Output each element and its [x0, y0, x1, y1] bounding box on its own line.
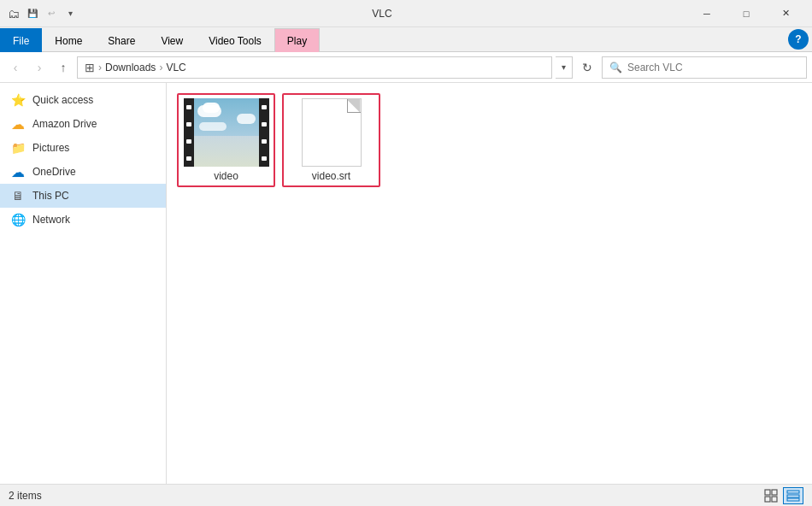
film-hole	[262, 156, 267, 161]
window-controls[interactable]: ─ □ ✕	[687, 0, 805, 27]
view-controls	[761, 487, 803, 504]
pictures-icon: 📁	[10, 140, 26, 156]
sidebar-item-label: Amazon Drive	[32, 118, 97, 130]
path-separator: ›	[98, 62, 102, 74]
title-bar: 🗂 💾 ↩ ▾ VLC ─ □ ✕	[0, 0, 812, 27]
ribbon-tabs: File Home Share View Video Tools Play ?	[0, 27, 812, 51]
sidebar-item-this-pc[interactable]: 🖥 This PC	[0, 184, 166, 208]
video-thumbnail	[184, 98, 269, 167]
tab-view[interactable]: View	[148, 28, 196, 52]
title-bar-icons: 🗂 💾 ↩ ▾	[7, 7, 77, 21]
film-strip-left	[184, 98, 194, 167]
network-icon: 🌐	[10, 212, 26, 227]
main-layout: ⭐ Quick access ☁ Amazon Drive 📁 Pictures…	[0, 83, 812, 484]
breadcrumb-downloads[interactable]: Downloads	[105, 62, 156, 74]
window-title: VLC	[77, 8, 687, 20]
tab-share[interactable]: Share	[95, 28, 148, 52]
search-box[interactable]: 🔍	[602, 56, 807, 79]
film-hole	[186, 105, 191, 109]
sidebar-item-onedrive[interactable]: ☁ OneDrive	[0, 160, 166, 184]
file-label-video: video	[214, 170, 238, 182]
svg-rect-4	[787, 491, 799, 493]
up-button[interactable]: ↑	[53, 57, 74, 78]
sidebar-item-label: Pictures	[32, 142, 69, 154]
sidebar-item-label: Quick access	[32, 94, 93, 106]
svg-rect-1	[772, 490, 777, 495]
tiles-view-button[interactable]	[761, 487, 781, 504]
file-label-srt: video.srt	[312, 170, 350, 182]
forward-button[interactable]: ›	[29, 57, 50, 78]
sidebar-item-label: OneDrive	[32, 166, 76, 178]
film-hole	[186, 139, 191, 144]
quick-access-toolbar: 💾	[26, 7, 39, 21]
srt-file-icon	[302, 98, 362, 167]
film-hole	[262, 105, 267, 109]
srt-corner-fold	[347, 99, 361, 113]
address-path[interactable]: ⊞ › Downloads › VLC	[77, 56, 552, 79]
film-hole	[262, 122, 267, 126]
svg-rect-6	[787, 498, 799, 501]
film-strip-right	[259, 98, 269, 167]
list-view-button[interactable]	[783, 487, 803, 504]
customize-icon[interactable]: ▾	[63, 7, 77, 21]
address-bar: ‹ › ↑ ⊞ › Downloads › VLC ▾ ↻ 🔍	[0, 52, 812, 83]
close-button[interactable]: ✕	[766, 0, 805, 27]
sidebar-item-network[interactable]: 🌐 Network	[0, 208, 166, 232]
sidebar: ⭐ Quick access ☁ Amazon Drive 📁 Pictures…	[0, 83, 167, 484]
video-icon-container	[184, 98, 269, 167]
file-content-area: video video.srt	[167, 83, 812, 484]
file-item-video[interactable]: video	[177, 93, 275, 187]
svg-rect-5	[787, 495, 799, 497]
amazon-drive-icon: ☁	[10, 116, 26, 132]
ribbon: File Home Share View Video Tools Play ?	[0, 27, 812, 52]
onedrive-icon: ☁	[10, 164, 26, 179]
video-scene	[194, 98, 259, 167]
this-pc-icon: 🖥	[10, 188, 26, 203]
refresh-button[interactable]: ↻	[576, 56, 598, 79]
film-hole	[186, 156, 191, 161]
quick-access-icon: ⭐	[10, 92, 26, 108]
help-button[interactable]: ?	[788, 29, 809, 50]
app-icon: 🗂	[7, 7, 21, 21]
item-count: 2 items	[9, 490, 42, 502]
film-hole	[262, 139, 267, 144]
file-item-video-srt[interactable]: video.srt	[282, 93, 380, 187]
minimize-button[interactable]: ─	[687, 0, 727, 27]
tab-video-tools[interactable]: Video Tools	[196, 28, 274, 52]
breadcrumb-vlc[interactable]: VLC	[166, 62, 185, 74]
sidebar-item-label: This PC	[32, 190, 69, 202]
tab-play[interactable]: Play	[274, 28, 320, 52]
maximize-button[interactable]: □	[727, 0, 766, 27]
sidebar-item-pictures[interactable]: 📁 Pictures	[0, 136, 166, 160]
back-button[interactable]: ‹	[5, 57, 26, 78]
search-icon: 🔍	[609, 62, 622, 74]
sidebar-item-label: Network	[32, 214, 70, 226]
srt-icon-container	[289, 98, 374, 167]
svg-rect-3	[772, 497, 777, 502]
film-hole	[186, 122, 191, 126]
svg-rect-2	[765, 497, 770, 502]
address-dropdown-button[interactable]: ▾	[556, 56, 573, 79]
status-bar: 2 items	[0, 484, 812, 506]
sidebar-item-amazon-drive[interactable]: ☁ Amazon Drive	[0, 112, 166, 136]
tab-home[interactable]: Home	[42, 28, 95, 52]
search-input[interactable]	[627, 62, 799, 74]
path-separator2: ›	[159, 62, 162, 74]
tab-file[interactable]: File	[0, 28, 42, 52]
sidebar-item-quick-access[interactable]: ⭐ Quick access	[0, 88, 166, 112]
undo-icon[interactable]: ↩	[44, 7, 58, 21]
svg-rect-0	[765, 490, 770, 495]
